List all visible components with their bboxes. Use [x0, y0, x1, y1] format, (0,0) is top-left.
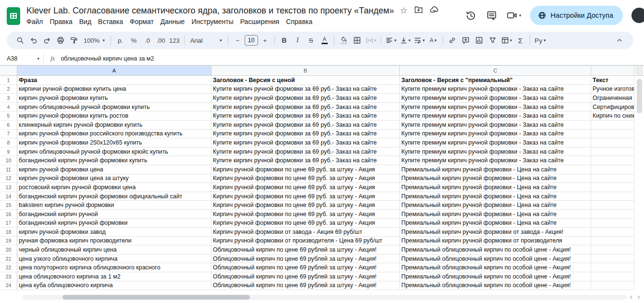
cell[interactable]: Премиальный облицовочный кирпич по особо… [400, 281, 591, 291]
scroll-right-icon[interactable] [636, 294, 641, 300]
menu-item[interactable]: Вставка [95, 17, 126, 26]
cell[interactable] [591, 272, 634, 281]
row-number[interactable]: 17 [0, 219, 17, 228]
menu-item[interactable]: Формат [126, 17, 157, 26]
cell[interactable]: Купите премиум кирпич ручной формовки - … [400, 138, 591, 147]
apps-shortcut-button[interactable]: Ру ▾ [533, 34, 547, 47]
decrease-decimal-button[interactable]: .0 [141, 34, 154, 47]
format-currency-button[interactable]: р. [114, 34, 127, 47]
menu-item[interactable]: Правка [46, 17, 75, 26]
cell[interactable]: Кирпич ручной формовки от производителя … [211, 237, 400, 246]
cell[interactable]: Ограниченная с [591, 94, 634, 103]
decrease-font-size-button[interactable]: − [231, 34, 244, 47]
chevron-down-icon[interactable]: ▾ [37, 57, 39, 61]
cell[interactable]: Премиальный кирпич ручной формовки от пр… [400, 237, 591, 246]
version-history-icon[interactable] [464, 9, 477, 22]
bold-button[interactable]: B [278, 34, 291, 47]
increase-font-size-button[interactable]: + [259, 34, 272, 47]
cell[interactable]: Купите премиум кирпич ручной формовки - … [400, 103, 591, 112]
cell[interactable]: богандинский кирпич ручной [17, 210, 211, 219]
cell[interactable]: богандинский кирпич ручной формовки [17, 219, 211, 228]
formula-input[interactable]: облицовочный кирпич цена за м2 [61, 55, 154, 62]
row-number[interactable]: 10 [0, 156, 17, 165]
cell[interactable]: Купите премиум кирпич ручной формовки - … [400, 121, 591, 130]
cell[interactable] [591, 130, 634, 139]
cell[interactable]: цена куба облицовочного кирпича [17, 281, 211, 291]
cell[interactable] [591, 192, 634, 201]
row-number[interactable]: 21 [0, 255, 17, 264]
row-number[interactable]: 9 [0, 147, 17, 157]
column-header-d[interactable] [591, 66, 634, 75]
text-color-button[interactable]: A [318, 34, 331, 47]
cell[interactable]: Текст [591, 76, 634, 85]
create-filter-icon[interactable] [486, 34, 499, 47]
share-button[interactable]: Настройки Доступа [530, 6, 623, 25]
column-header-b[interactable]: B [211, 66, 400, 75]
menu-item[interactable]: Файл [23, 17, 46, 26]
paint-format-icon[interactable] [67, 34, 80, 47]
cell[interactable]: кирпич облицовочный ручной формовки крюй… [17, 147, 211, 157]
cell[interactable]: богандинский кирпич ручной формовки офиц… [17, 192, 211, 201]
cell[interactable]: Премиальный облицовочный кирпич по особо… [400, 272, 591, 281]
cell[interactable] [591, 228, 634, 237]
chevron-down-icon[interactable]: ▾ [519, 13, 521, 18]
functions-button[interactable]: Σ [514, 34, 527, 47]
cell[interactable]: цена облицовочного кирпича за 1 м2 [17, 272, 211, 281]
cell-name-box[interactable]: A38 ▾ [0, 55, 43, 62]
meet-button[interactable]: ▾ [507, 10, 521, 21]
cell[interactable]: Кирпич ручной формовки по цене 69 руб. з… [211, 219, 400, 228]
table-views-icon[interactable]: ▾ [500, 34, 514, 47]
cell[interactable] [591, 201, 634, 210]
vertical-scrollbar[interactable] [635, 66, 643, 75]
cell[interactable]: Премиальный кирпич ручной формовки - Цен… [400, 165, 591, 174]
cell[interactable] [591, 138, 634, 147]
cell[interactable]: Кирпич по сниж [591, 111, 634, 121]
cell[interactable] [591, 219, 634, 228]
redo-icon[interactable] [40, 34, 53, 47]
row-number[interactable]: 22 [0, 263, 17, 272]
cell[interactable]: Заголовок - Версия с "премиальный" [400, 76, 591, 85]
avatar[interactable] [632, 8, 644, 23]
cell[interactable]: baksteen кирпич ручной формовки [17, 201, 211, 210]
insert-link-icon[interactable] [446, 34, 459, 47]
comments-icon[interactable] [485, 9, 498, 22]
vertical-scrollbar-thumb[interactable] [637, 79, 642, 113]
cell[interactable]: Фраза [17, 76, 211, 85]
hide-toolbar-icon[interactable] [613, 34, 626, 47]
row-number[interactable]: 13 [0, 183, 17, 192]
cell[interactable]: Премиальный облицовочный кирпич по особо… [400, 255, 591, 264]
cell[interactable]: Купите кирпич ручной формовки за 69 руб.… [211, 111, 400, 121]
cell[interactable]: Облицовочный кирпич по цене 69 рублей за… [211, 255, 400, 264]
cell[interactable]: Премиальный кирпич ручной формовки - Цен… [400, 192, 591, 201]
cell[interactable]: Облицовочный кирпич по цене 69 рублей за… [211, 272, 400, 281]
cell[interactable] [591, 255, 634, 264]
cell[interactable]: Кирпич ручной формовки по цене 69 руб. з… [211, 174, 400, 183]
cell[interactable]: Облицовочный кирпич по цене 69 рублей за… [211, 245, 400, 255]
select-all-corner[interactable] [0, 66, 17, 75]
cell[interactable]: Заголовок - Версия с ценой [211, 76, 400, 85]
vertical-align-icon[interactable]: ▾ [398, 34, 412, 47]
cell[interactable] [591, 210, 634, 219]
cell[interactable]: Купите кирпич ручной формовки за 69 руб.… [211, 138, 400, 147]
cell[interactable]: Купите кирпич ручной формовки за 69 руб.… [211, 121, 400, 130]
cell[interactable]: Купите кирпич ручной формовки за 69 руб.… [211, 130, 400, 139]
horizontal-align-icon[interactable]: ▾ [384, 34, 398, 47]
cell[interactable]: Премиальный облицовочный кирпич по особо… [400, 263, 591, 272]
row-number[interactable]: 1 [0, 76, 17, 85]
row-number[interactable]: 12 [0, 174, 17, 183]
row-number[interactable]: 20 [0, 245, 17, 255]
menu-item[interactable]: Инструменты [188, 17, 236, 26]
row-number[interactable]: 8 [0, 138, 17, 147]
cell[interactable]: кирпич ручной формовки купить [17, 94, 211, 103]
cell[interactable]: Купите кирпич ручной формовки за 69 руб.… [211, 94, 400, 103]
cell[interactable]: Купите премиум кирпич ручной формовки - … [400, 130, 591, 139]
font-select[interactable]: Arial ▾ [187, 34, 225, 47]
cell[interactable] [591, 245, 634, 255]
font-size-input[interactable]: 10 [245, 35, 258, 46]
cell[interactable]: Сертифицирован [591, 103, 634, 112]
row-number[interactable]: 11 [0, 165, 17, 174]
cell[interactable]: кирпич ручной формовки 250x120x65 купить [17, 138, 211, 147]
cell[interactable]: Купите премиум кирпич ручной формовки - … [400, 111, 591, 121]
column-header-c[interactable]: C [400, 66, 591, 75]
row-number[interactable]: 3 [0, 94, 17, 103]
